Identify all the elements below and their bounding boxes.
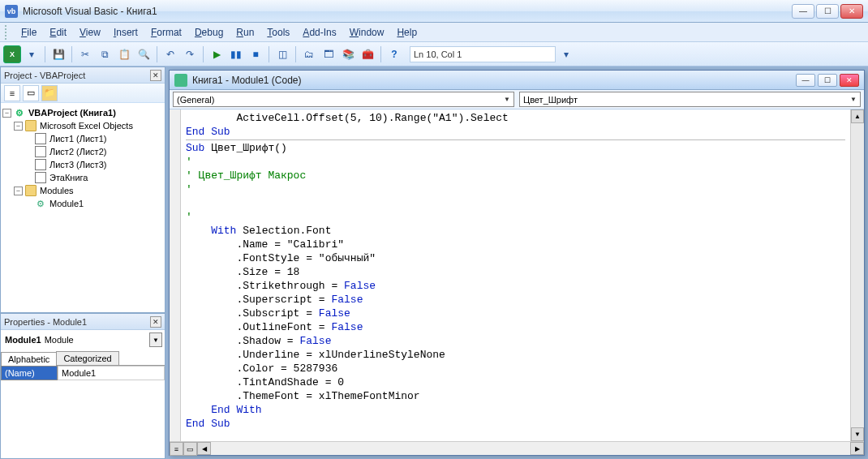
menu-bar: FileEditViewInsertFormatDebugRunToolsAdd… (0, 23, 868, 42)
maximize-button[interactable]: ☐ (816, 4, 839, 19)
menu-window[interactable]: Window (343, 25, 391, 40)
toggle-folders-icon[interactable]: 📁 (41, 85, 58, 101)
close-button[interactable]: ✕ (840, 4, 863, 19)
code-titlebar[interactable]: Книга1 - Module1 (Code) — ☐ ✕ (170, 71, 864, 90)
property-value[interactable]: Module1 (58, 366, 165, 380)
tree-item-sheet[interactable]: ЭтаКнига (2, 171, 163, 184)
object-browser-icon[interactable]: 📚 (339, 45, 357, 63)
tab-alphabetic[interactable]: Alphabetic (1, 352, 57, 366)
tree-root-label: VBAProject (Книга1) (28, 108, 116, 118)
break-icon[interactable]: ▮▮ (227, 45, 245, 63)
view-object-icon[interactable]: ▭ (23, 85, 39, 101)
code-footer: ≡ ▭ ◀ ▶ (170, 441, 864, 455)
help-icon[interactable]: ? (385, 45, 403, 63)
design-mode-icon[interactable]: ◫ (273, 45, 291, 63)
menu-edit[interactable]: Edit (43, 25, 73, 40)
undo-icon[interactable]: ↶ (161, 45, 179, 63)
full-module-view-icon[interactable]: ▭ (183, 442, 197, 456)
menu-grip[interactable] (5, 25, 10, 40)
project-panel-close-icon[interactable]: ✕ (150, 70, 161, 81)
left-pane: Project - VBAProject ✕ ≡ ▭ 📁 − ⚙ VBAProj… (0, 66, 165, 459)
run-icon[interactable]: ▶ (208, 45, 226, 63)
horizontal-scrollbar[interactable]: ◀ ▶ (197, 442, 864, 455)
tree-item-label: ЭтаКнига (49, 173, 88, 182)
code-dropdowns: (General) Цвет_Шрифт (170, 90, 864, 109)
menu-view[interactable]: View (73, 25, 107, 40)
properties-panel-close-icon[interactable]: ✕ (150, 316, 161, 328)
code-editor[interactable]: ActiveCell.Offset(5, 10).Range("A1").Sel… (181, 109, 850, 441)
code-minimize-button[interactable]: — (796, 74, 815, 87)
menu-add-ins[interactable]: Add-Ins (296, 25, 342, 40)
scroll-down-icon[interactable]: ▼ (851, 427, 864, 441)
toolbar-overflow-icon[interactable]: ▾ (557, 45, 575, 63)
collapse-icon[interactable]: − (2, 109, 11, 118)
paste-icon[interactable]: 📋 (115, 45, 133, 63)
toolbox-icon[interactable]: 🧰 (359, 45, 376, 63)
menu-file[interactable]: File (15, 25, 43, 40)
menu-run[interactable]: Run (230, 25, 260, 40)
tree-item-sheet[interactable]: Лист3 (Лист3) (2, 158, 163, 171)
procedure-dropdown[interactable]: Цвет_Шрифт (519, 92, 861, 107)
view-code-icon[interactable]: ≡ (4, 85, 20, 101)
save-icon[interactable]: 💾 (49, 45, 67, 63)
code-close-button[interactable]: ✕ (840, 74, 859, 87)
menu-help[interactable]: Help (390, 25, 423, 40)
minimize-button[interactable]: — (792, 4, 814, 19)
tree-item-sheet[interactable]: Лист1 (Лист1) (2, 132, 163, 145)
procedure-dropdown-value: Цвет_Шрифт (523, 95, 578, 105)
menu-insert[interactable]: Insert (107, 25, 144, 40)
dropdown-icon[interactable]: ▼ (149, 332, 162, 347)
workspace: Project - VBAProject ✕ ≡ ▭ 📁 − ⚙ VBAProj… (0, 66, 868, 459)
project-panel-title: Project - VBAProject (4, 71, 85, 80)
menu-debug[interactable]: Debug (188, 25, 230, 40)
project-panel-header[interactable]: Project - VBAProject ✕ (1, 67, 165, 84)
scroll-up-icon[interactable]: ▲ (851, 109, 864, 123)
properties-grid[interactable]: (Name) Module1 (1, 366, 165, 458)
redo-icon[interactable]: ↷ (181, 45, 199, 63)
scroll-right-icon[interactable]: ▶ (850, 442, 864, 455)
worksheet-icon (35, 146, 46, 157)
object-dropdown[interactable]: (General) (173, 92, 514, 107)
tree-item-label: Module1 (49, 199, 84, 208)
code-margin[interactable] (170, 109, 181, 441)
properties-object-selector[interactable]: Module1 Module ▼ (3, 332, 162, 347)
vertical-scrollbar[interactable]: ▲ ▼ (850, 109, 864, 441)
app-icon: vb (5, 5, 18, 18)
tree-root[interactable]: − ⚙ VBAProject (Книга1) (2, 106, 163, 119)
properties-panel-header[interactable]: Properties - Module1 ✕ (1, 314, 165, 330)
properties-window-icon[interactable]: 🗔 (320, 45, 337, 63)
excel-icon[interactable]: X (3, 45, 21, 63)
find-icon[interactable]: 🔍 (135, 45, 153, 63)
dropdown-icon[interactable]: ▾ (23, 45, 41, 63)
menu-tools[interactable]: Tools (260, 25, 296, 40)
reset-icon[interactable]: ■ (247, 45, 264, 63)
code-body: ActiveCell.Offset(5, 10).Range("A1").Sel… (170, 109, 864, 441)
project-explorer-panel: Project - VBAProject ✕ ≡ ▭ 📁 − ⚙ VBAProj… (0, 66, 165, 313)
worksheet-icon (35, 133, 46, 144)
tab-categorized[interactable]: Categorized (56, 351, 118, 365)
menu-format[interactable]: Format (144, 25, 188, 40)
property-row[interactable]: (Name) Module1 (1, 366, 165, 380)
app-titlebar: vb Microsoft Visual Basic - Книга1 — ☐ ✕ (0, 0, 868, 23)
scroll-left-icon[interactable]: ◀ (197, 442, 211, 455)
tree-item-module[interactable]: ⚙Module1 (2, 197, 163, 210)
property-name: (Name) (1, 366, 58, 380)
properties-panel-title: Properties - Module1 (4, 317, 87, 327)
toolbar: X ▾ 💾 ✂ ⧉ 📋 🔍 ↶ ↷ ▶ ▮▮ ■ ◫ 🗂 🗔 📚 🧰 ? Ln … (0, 42, 868, 66)
mdi-area: Книга1 - Module1 (Code) — ☐ ✕ (General) … (165, 66, 868, 459)
tree-item-sheet[interactable]: Лист2 (Лист2) (2, 145, 163, 158)
tree-folder-excel-objects[interactable]: − Microsoft Excel Objects (2, 119, 163, 132)
project-tree[interactable]: − ⚙ VBAProject (Книга1) − Microsoft Exce… (1, 103, 165, 312)
tree-folder-label: Microsoft Excel Objects (40, 121, 133, 131)
app-title: Microsoft Visual Basic - Книга1 (23, 6, 157, 17)
project-explorer-icon[interactable]: 🗂 (300, 45, 318, 63)
collapse-icon[interactable]: − (14, 122, 23, 131)
tree-folder-modules[interactable]: − Modules (2, 184, 163, 197)
cut-icon[interactable]: ✂ (76, 45, 94, 63)
collapse-icon[interactable]: − (14, 187, 23, 195)
code-maximize-button[interactable]: ☐ (818, 74, 837, 87)
copy-icon[interactable]: ⧉ (96, 45, 114, 63)
procedure-view-icon[interactable]: ≡ (170, 442, 183, 456)
code-window: Книга1 - Module1 (Code) — ☐ ✕ (General) … (169, 70, 865, 456)
module-icon: ⚙ (35, 198, 46, 209)
